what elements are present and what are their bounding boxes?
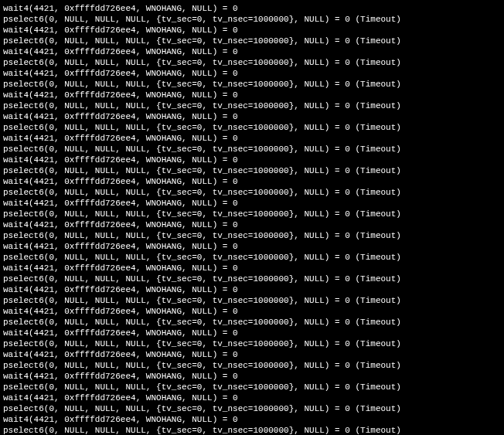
strace-pselect6-line: pselect6(0, NULL, NULL, NULL, {tv_sec=0,… (3, 209, 501, 219)
terminal-output: wait4(4421, 0xffffdd726ee4, WNOHANG, NUL… (3, 3, 501, 435)
strace-wait4-line: wait4(4421, 0xffffdd726ee4, WNOHANG, NUL… (3, 90, 501, 100)
strace-wait4-line: wait4(4421, 0xffffdd726ee4, WNOHANG, NUL… (3, 133, 501, 144)
strace-pselect6-line: pselect6(0, NULL, NULL, NULL, {tv_sec=0,… (3, 252, 501, 263)
strace-wait4-line: wait4(4421, 0xffffdd726ee4, WNOHANG, NUL… (3, 155, 501, 165)
strace-wait4-line: wait4(4421, 0xffffdd726ee4, WNOHANG, NUL… (3, 3, 501, 14)
strace-pselect6-line: pselect6(0, NULL, NULL, NULL, {tv_sec=0,… (3, 144, 501, 155)
strace-pselect6-line: pselect6(0, NULL, NULL, NULL, {tv_sec=0,… (3, 187, 501, 198)
strace-pselect6-line: pselect6(0, NULL, NULL, NULL, {tv_sec=0,… (3, 360, 501, 371)
strace-wait4-line: wait4(4421, 0xffffdd726ee4, WNOHANG, NUL… (3, 306, 501, 317)
strace-wait4-line: wait4(4421, 0xffffdd726ee4, WNOHANG, NUL… (3, 284, 501, 295)
strace-pselect6-line: pselect6(0, NULL, NULL, NULL, {tv_sec=0,… (3, 295, 501, 306)
strace-wait4-line: wait4(4421, 0xffffdd726ee4, WNOHANG, NUL… (3, 46, 501, 57)
strace-wait4-line: wait4(4421, 0xffffdd726ee4, WNOHANG, NUL… (3, 349, 501, 360)
strace-wait4-line: wait4(4421, 0xffffdd726ee4, WNOHANG, NUL… (3, 328, 501, 338)
strace-pselect6-line: pselect6(0, NULL, NULL, NULL, {tv_sec=0,… (3, 122, 501, 133)
strace-wait4-line: wait4(4421, 0xffffdd726ee4, WNOHANG, NUL… (3, 198, 501, 209)
strace-pselect6-line: pselect6(0, NULL, NULL, NULL, {tv_sec=0,… (3, 36, 501, 46)
strace-pselect6-line: pselect6(0, NULL, NULL, NULL, {tv_sec=0,… (3, 230, 501, 241)
strace-wait4-line: wait4(4421, 0xffffdd726ee4, WNOHANG, NUL… (3, 111, 501, 122)
strace-pselect6-line: pselect6(0, NULL, NULL, NULL, {tv_sec=0,… (3, 14, 501, 25)
strace-wait4-line: wait4(4421, 0xffffdd726ee4, WNOHANG, NUL… (3, 176, 501, 187)
strace-pselect6-line: pselect6(0, NULL, NULL, NULL, {tv_sec=0,… (3, 165, 501, 176)
strace-pselect6-line: pselect6(0, NULL, NULL, NULL, {tv_sec=0,… (3, 338, 501, 349)
strace-wait4-line: wait4(4421, 0xffffdd726ee4, WNOHANG, NUL… (3, 393, 501, 403)
strace-wait4-line: wait4(4421, 0xffffdd726ee4, WNOHANG, NUL… (3, 25, 501, 36)
strace-wait4-line: wait4(4421, 0xffffdd726ee4, WNOHANG, NUL… (3, 219, 501, 230)
strace-pselect6-line: pselect6(0, NULL, NULL, NULL, {tv_sec=0,… (3, 57, 501, 68)
strace-wait4-line: wait4(4421, 0xffffdd726ee4, WNOHANG, NUL… (3, 263, 501, 274)
strace-pselect6-line: pselect6(0, NULL, NULL, NULL, {tv_sec=0,… (3, 403, 501, 414)
strace-pselect6-line: pselect6(0, NULL, NULL, NULL, {tv_sec=0,… (3, 100, 501, 111)
strace-wait4-line: wait4(4421, 0xffffdd726ee4, WNOHANG, NUL… (3, 371, 501, 382)
strace-pselect6-line: pselect6(0, NULL, NULL, NULL, {tv_sec=0,… (3, 425, 501, 435)
strace-wait4-line: wait4(4421, 0xffffdd726ee4, WNOHANG, NUL… (3, 241, 501, 252)
strace-pselect6-line: pselect6(0, NULL, NULL, NULL, {tv_sec=0,… (3, 317, 501, 328)
strace-pselect6-line: pselect6(0, NULL, NULL, NULL, {tv_sec=0,… (3, 79, 501, 90)
strace-wait4-line: wait4(4421, 0xffffdd726ee4, WNOHANG, NUL… (3, 414, 501, 425)
strace-pselect6-line: pselect6(0, NULL, NULL, NULL, {tv_sec=0,… (3, 274, 501, 284)
strace-wait4-line: wait4(4421, 0xffffdd726ee4, WNOHANG, NUL… (3, 68, 501, 79)
strace-pselect6-line: pselect6(0, NULL, NULL, NULL, {tv_sec=0,… (3, 382, 501, 393)
